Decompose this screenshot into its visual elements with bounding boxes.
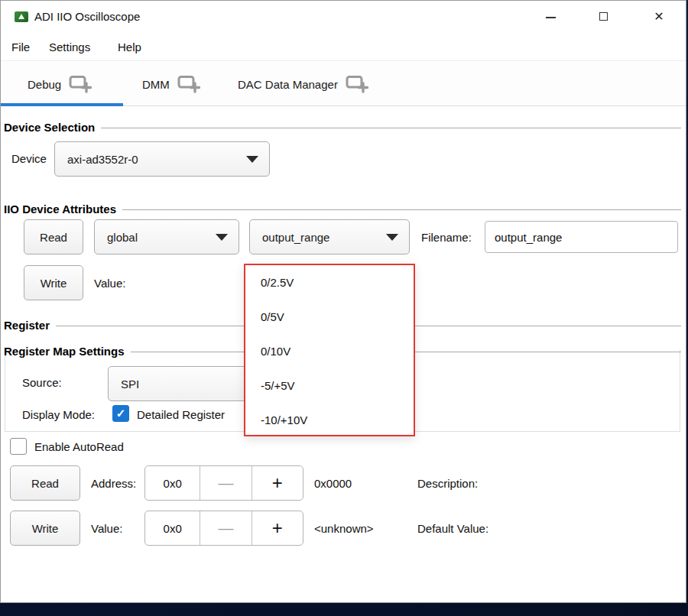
maximize-icon [599,12,608,21]
detach-tab-icon[interactable] [346,75,368,93]
close-button[interactable]: ✕ [639,1,679,33]
value-label: Value: [91,522,122,535]
minimize-button[interactable] [531,1,570,33]
menu-bar: File Settings Help [1,33,686,61]
menu-settings[interactable]: Settings [49,33,90,61]
filename-input[interactable] [485,221,678,253]
device-dropdown-value: axi-ad3552r-0 [67,153,138,166]
default-value-label: Default Value: [417,522,488,535]
attr-scope-dropdown-value: global [107,231,138,244]
tab-dac-label: DAC Data Manager [238,78,338,91]
output-range-dropdown-menu: 0/2.5V 0/5V 0/10V -5/+5V -10/+10V [244,264,415,436]
register-read-button[interactable]: Read [10,465,80,501]
chevron-down-icon [386,234,398,241]
close-icon: ✕ [639,1,679,33]
enable-autoread-label: Enable AutoRead [34,440,124,453]
dropdown-option[interactable]: -5/+5V [245,368,414,403]
attr-name-dropdown-value: output_range [262,231,329,244]
device-label: Device [11,152,47,165]
attr-read-button[interactable]: Read [24,219,83,255]
iio-attributes-title: IIO Device Attributes [4,203,116,216]
app-icon [15,11,28,22]
section-divider [122,209,681,210]
value-readout: <unknown> [314,522,374,535]
register-title: Register [4,319,50,332]
app-window: ADI IIO Oscilloscope ✕ File Settings Hel… [0,0,686,603]
maximize-button[interactable] [584,1,624,33]
display-mode-label: Display Mode: [22,408,95,421]
attr-write-button[interactable]: Write [24,265,83,300]
tab-dmm[interactable]: DMM [142,62,200,106]
detach-tab-icon[interactable] [69,75,92,93]
section-divider [101,128,681,128]
address-stepper-value[interactable]: 0x0 [145,466,200,500]
detach-tab-icon[interactable] [177,75,200,93]
dropdown-option[interactable]: 0/5V [245,300,414,334]
tab-dac-data-manager[interactable]: DAC Data Manager [238,62,368,106]
dropdown-option[interactable]: -10/+10V [245,403,414,437]
register-map-settings-title: Register Map Settings [4,345,125,358]
device-selection-section-header: Device Selection [4,120,681,134]
value-stepper-value[interactable]: 0x0 [145,511,200,545]
active-tab-indicator [1,103,123,106]
iio-attributes-section-header: IIO Device Attributes [4,202,681,216]
enable-autoread-checkbox[interactable] [10,438,27,455]
attr-scope-dropdown[interactable]: global [94,219,239,255]
attr-name-dropdown[interactable]: output_range [249,219,410,255]
tab-debug[interactable]: Debug [28,62,92,106]
value-stepper: 0x0 — + [144,511,303,546]
chevron-down-icon [246,156,258,163]
window-title: ADI IIO Oscilloscope [34,1,140,33]
minimize-icon [546,17,556,18]
device-selection-title: Device Selection [4,121,95,134]
source-label: Source: [22,376,62,389]
description-label: Description: [417,477,478,490]
display-mode-checkbox[interactable]: ✓ [112,405,129,422]
chevron-down-icon [216,234,228,241]
register-write-button[interactable]: Write [10,511,80,546]
value-decrement-button[interactable]: — [200,511,251,545]
menu-help[interactable]: Help [118,33,141,61]
address-decrement-button[interactable]: — [200,466,251,500]
filename-label: Filename: [421,231,472,244]
display-mode-value-label: Detailed Register [137,408,225,421]
dropdown-option[interactable]: 0/2.5V [245,265,414,300]
dropdown-option[interactable]: 0/10V [245,334,414,368]
device-dropdown[interactable]: axi-ad3552r-0 [54,141,270,177]
title-bar: ADI IIO Oscilloscope ✕ [1,1,686,33]
value-increment-button[interactable]: + [252,511,303,545]
menu-file[interactable]: File [11,33,30,61]
attr-value-label: Value: [94,277,125,290]
address-hex-readout: 0x0000 [314,477,352,490]
tab-debug-label: Debug [28,78,61,91]
tab-dmm-label: DMM [142,78,170,91]
address-label: Address: [91,477,136,490]
source-dropdown-value: SPI [121,378,139,391]
address-increment-button[interactable]: + [252,466,303,500]
tab-bar: Debug DMM DAC Data Manager [1,62,686,106]
address-stepper: 0x0 — + [144,465,303,501]
